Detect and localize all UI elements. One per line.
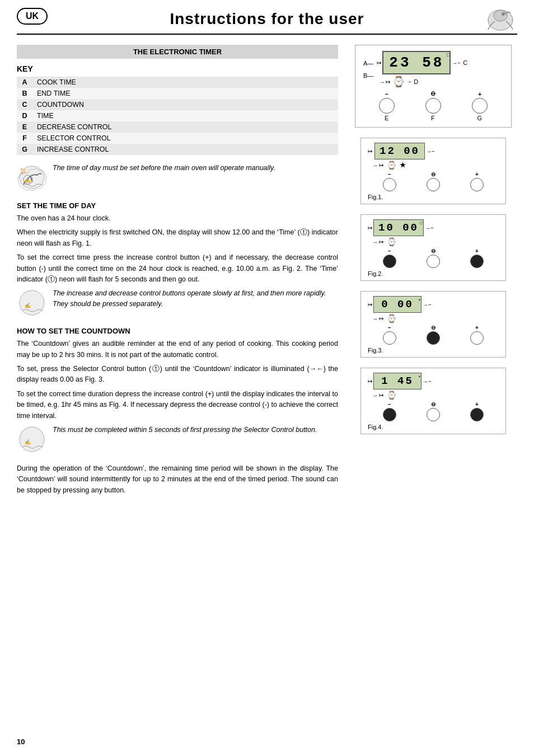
fig1-plus: + <box>475 171 479 177</box>
fig3-plus: + <box>475 325 479 331</box>
main-diagram: A— B— ↦ 23 58 □ →− C <box>355 45 512 128</box>
key-letter-f: F <box>17 133 32 144</box>
fig1-arrow-out1: →− <box>426 148 435 154</box>
fig2-arrow1: ↦ <box>368 225 372 231</box>
main-lcd-display: 23 58 <box>382 51 451 74</box>
fig4-lcd: 1 45 <box>373 373 421 389</box>
fig2-minus: − <box>388 248 391 254</box>
decrease-btn[interactable] <box>379 98 395 114</box>
fig3-arrow-out: →− <box>423 302 432 308</box>
fig1-lcd-row2: → ↦ ⌚ ★ <box>368 161 499 170</box>
fig4-label: Fig.4. <box>368 424 499 430</box>
key-letter-c: C <box>17 99 32 110</box>
table-row: B END TIME <box>17 88 338 99</box>
fig2-clock-icon: ⌚ <box>387 237 396 246</box>
table-row: C COUNTDOWN <box>17 99 338 110</box>
fig4-clock-icon: ⌚ <box>387 391 396 400</box>
fig1-star: ★ <box>400 161 406 169</box>
fig2-selector-btn[interactable] <box>427 255 440 268</box>
selector-btn[interactable] <box>425 98 441 114</box>
table-row: D TIME <box>17 110 338 121</box>
fig1-arrow1a: ↦ <box>368 148 372 154</box>
fig4-selector-btn[interactable] <box>427 408 440 421</box>
fig3-label: Fig.3. <box>368 347 499 354</box>
set-time-heading: SET THE TIME OF DAY <box>17 201 338 210</box>
note-icon-3: ✍ <box>17 425 47 456</box>
svg-text:✍: ✍ <box>25 302 31 309</box>
note-box-2: ✍ The increase and decrease control butt… <box>17 288 338 319</box>
svg-point-9 <box>20 427 44 452</box>
fig3-dot: ▪ <box>419 297 420 302</box>
fig3-lcd: 0 00 <box>373 296 421 313</box>
main-content: THE ELECTRONIC TIMER KEY A COOK TIME B E… <box>0 35 534 499</box>
fig3-decrease-btn[interactable] <box>383 331 396 345</box>
fig2-lcd: 10 00 <box>373 219 424 236</box>
fig2-decrease-btn[interactable] <box>383 255 396 268</box>
key-label-f: SELECTOR CONTROL <box>32 133 338 144</box>
set-time-para1: The oven has a 24 hour clock. <box>17 213 338 224</box>
increase-btn[interactable] <box>472 98 488 114</box>
table-row: G INCREASE CONTROL <box>17 144 338 155</box>
key-label-e: DECREASE CONTROL <box>32 121 338 133</box>
label-d: D <box>414 78 418 85</box>
fig1-lcd: 12 00 <box>374 143 425 159</box>
fig4-decrease-btn[interactable] <box>383 408 396 421</box>
fig2-lcd-row1: ↦ 10 00 □ →− <box>368 219 499 236</box>
arrow-in-bottom: → <box>379 79 385 85</box>
arrow-in-bottom2: ↦ <box>386 79 390 85</box>
fig1-selector-btn[interactable] <box>427 178 440 191</box>
fig2-label: Fig.2. <box>368 270 499 277</box>
key-label-g: INCREASE CONTROL <box>32 144 338 155</box>
note3-text: This must be completed within 5 seconds … <box>53 425 317 435</box>
fig1-increase-btn[interactable] <box>470 178 484 191</box>
fig4-diagram: ↦ 1 45 ▪ →− → ↦ ⌚ − ⊖ <box>360 368 506 434</box>
key-heading: KEY <box>17 64 338 73</box>
key-label-a: COOK TIME <box>32 77 338 88</box>
fig2-increase-btn[interactable] <box>470 255 484 268</box>
fig3-diagram: ↦ 0 00 ▪ →− → ↦ ⌚ − ⊖ <box>360 291 506 358</box>
arrow-in-top: ↦ <box>377 60 381 66</box>
note1-text: The time of day must be set before the m… <box>53 163 275 173</box>
note2-text: The increase and decrease control button… <box>53 288 338 309</box>
right-column: A— B— ↦ 23 58 □ →− C <box>349 45 517 499</box>
fig1-clock-icon: ⌚ <box>387 161 396 170</box>
fig2-dot: □ <box>420 220 423 226</box>
label-b: B— <box>363 72 373 79</box>
label-a: A— <box>363 60 373 67</box>
fig4-lcd-row1: ↦ 1 45 ▪ →− <box>368 373 499 389</box>
fig4-increase-btn[interactable] <box>470 408 484 421</box>
key-letter-g: G <box>17 144 32 155</box>
fig3-increase-btn[interactable] <box>470 331 484 345</box>
key-table: A COOK TIME B END TIME C COUNTDOWN D TIM… <box>17 77 338 155</box>
left-column: THE ELECTRONIC TIMER KEY A COOK TIME B E… <box>17 45 349 499</box>
fig3-clock-icon: ⌚ <box>387 314 396 323</box>
plus-symbol: + <box>478 91 481 97</box>
fig3-arrow1: ↦ <box>368 302 372 308</box>
note-icon-2: ✍ <box>17 288 47 319</box>
fig2-arrow-out: →− <box>425 225 434 231</box>
countdown-para4: During the operation of the ‘Countdown’,… <box>17 463 338 496</box>
fig3-lcd-row1: ↦ 0 00 ▪ →− <box>368 296 499 313</box>
fig1-decrease-btn[interactable] <box>383 178 396 191</box>
fig4-arrow1: ↦ <box>368 378 372 384</box>
selector-symbol: ⊖ <box>430 90 435 97</box>
fig1-diagram: ↦ 12 00 →− → ↦ ⌚ ★ − ⊖ <box>360 138 506 204</box>
table-row: A COOK TIME <box>17 77 338 88</box>
svg-point-2 <box>502 12 505 16</box>
fig3-selector-btn[interactable] <box>427 331 440 345</box>
fig3-sel-sym: ⊖ <box>431 325 435 331</box>
section-title: THE ELECTRONIC TIMER <box>17 45 338 59</box>
label-e: E <box>385 115 388 121</box>
uk-badge: UK <box>17 8 48 25</box>
note-box-1: 📜 ✍ The time of day must be set before t… <box>17 163 338 194</box>
fig1-label: Fig.1. <box>368 194 499 200</box>
fig4-dot: ▪ <box>419 374 420 379</box>
fig2-arrow2b: ↦ <box>379 239 383 245</box>
efg-labels: E F G <box>363 115 503 121</box>
note-box-3: ✍ This must be completed within 5 second… <box>17 425 338 456</box>
page-title: Instructions for the user <box>170 10 364 28</box>
set-time-para2: When the electricity supply is first swi… <box>17 227 338 249</box>
brand-logo <box>484 4 517 35</box>
fig4-sel-sym: ⊖ <box>431 401 435 407</box>
fig1-minus: − <box>388 171 391 177</box>
